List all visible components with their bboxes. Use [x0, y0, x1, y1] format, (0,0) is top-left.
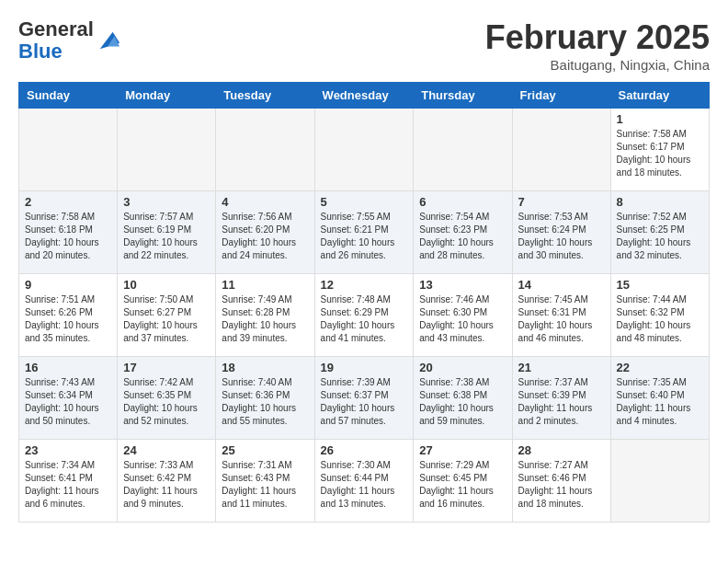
- day-info: Sunrise: 7:34 AM Sunset: 6:41 PM Dayligh…: [25, 459, 111, 511]
- day-number: 27: [419, 443, 506, 457]
- calendar-cell: 2Sunrise: 7:58 AM Sunset: 6:18 PM Daylig…: [19, 191, 118, 274]
- calendar-cell: 21Sunrise: 7:37 AM Sunset: 6:39 PM Dayli…: [512, 357, 610, 440]
- day-number: 5: [321, 195, 408, 209]
- weekday-header-tuesday: Tuesday: [216, 83, 314, 109]
- day-number: 8: [617, 195, 703, 209]
- day-number: 24: [123, 443, 210, 457]
- calendar-cell: 15Sunrise: 7:44 AM Sunset: 6:32 PM Dayli…: [610, 274, 709, 357]
- day-info: Sunrise: 7:57 AM Sunset: 6:19 PM Dayligh…: [123, 211, 210, 262]
- calendar-cell: 19Sunrise: 7:39 AM Sunset: 6:37 PM Dayli…: [314, 357, 414, 440]
- day-info: Sunrise: 7:45 AM Sunset: 6:31 PM Dayligh…: [518, 293, 605, 345]
- day-number: 12: [321, 278, 408, 292]
- day-number: 21: [518, 361, 605, 374]
- day-info: Sunrise: 7:55 AM Sunset: 6:21 PM Dayligh…: [321, 211, 408, 262]
- day-info: Sunrise: 7:44 AM Sunset: 6:32 PM Dayligh…: [617, 293, 703, 345]
- day-number: 23: [25, 443, 111, 457]
- day-number: 4: [222, 195, 308, 209]
- calendar-cell: 27Sunrise: 7:29 AM Sunset: 6:45 PM Dayli…: [414, 440, 512, 523]
- day-info: Sunrise: 7:31 AM Sunset: 6:43 PM Dayligh…: [222, 459, 308, 511]
- day-info: Sunrise: 7:37 AM Sunset: 6:39 PM Dayligh…: [518, 376, 605, 428]
- logo-icon: [96, 28, 121, 53]
- calendar-cell: 9Sunrise: 7:51 AM Sunset: 6:26 PM Daylig…: [19, 274, 118, 357]
- location: Baitugang, Ningxia, China: [485, 57, 710, 73]
- week-row-2: 2Sunrise: 7:58 AM Sunset: 6:18 PM Daylig…: [19, 191, 710, 274]
- calendar-cell: 16Sunrise: 7:43 AM Sunset: 6:34 PM Dayli…: [19, 357, 118, 440]
- day-info: Sunrise: 7:53 AM Sunset: 6:24 PM Dayligh…: [518, 211, 605, 262]
- day-info: Sunrise: 7:56 AM Sunset: 6:20 PM Dayligh…: [222, 211, 308, 262]
- day-info: Sunrise: 7:51 AM Sunset: 6:26 PM Dayligh…: [25, 293, 111, 345]
- weekday-header-wednesday: Wednesday: [314, 83, 414, 109]
- calendar-cell: 7Sunrise: 7:53 AM Sunset: 6:24 PM Daylig…: [512, 191, 610, 274]
- logo: General Blue: [18, 18, 121, 63]
- calendar-cell: 18Sunrise: 7:40 AM Sunset: 6:36 PM Dayli…: [216, 357, 314, 440]
- day-info: Sunrise: 7:29 AM Sunset: 6:45 PM Dayligh…: [419, 459, 506, 511]
- day-number: 7: [518, 195, 605, 209]
- calendar-table: SundayMondayTuesdayWednesdayThursdayFrid…: [18, 82, 710, 523]
- week-row-4: 16Sunrise: 7:43 AM Sunset: 6:34 PM Dayli…: [19, 357, 710, 440]
- day-number: 2: [25, 195, 111, 209]
- calendar-cell: 20Sunrise: 7:38 AM Sunset: 6:38 PM Dayli…: [414, 357, 512, 440]
- calendar-cell: 26Sunrise: 7:30 AM Sunset: 6:44 PM Dayli…: [314, 440, 414, 523]
- day-number: 16: [25, 361, 111, 374]
- svg-marker-0: [100, 32, 119, 50]
- calendar-cell: 22Sunrise: 7:35 AM Sunset: 6:40 PM Dayli…: [610, 357, 709, 440]
- logo-general: General: [18, 17, 94, 40]
- calendar-cell: 14Sunrise: 7:45 AM Sunset: 6:31 PM Dayli…: [512, 274, 610, 357]
- logo-blue: Blue: [18, 40, 63, 63]
- day-number: 1: [617, 112, 703, 126]
- weekday-header-sunday: Sunday: [19, 83, 118, 109]
- day-number: 25: [222, 443, 308, 457]
- day-info: Sunrise: 7:43 AM Sunset: 6:34 PM Dayligh…: [25, 376, 111, 428]
- weekday-header-friday: Friday: [512, 83, 610, 109]
- calendar-cell: 11Sunrise: 7:49 AM Sunset: 6:28 PM Dayli…: [216, 274, 314, 357]
- day-number: 19: [321, 361, 408, 374]
- calendar-cell: 12Sunrise: 7:48 AM Sunset: 6:29 PM Dayli…: [314, 274, 414, 357]
- weekday-header-row: SundayMondayTuesdayWednesdayThursdayFrid…: [19, 83, 710, 109]
- day-number: 26: [321, 443, 408, 457]
- weekday-header-saturday: Saturday: [610, 83, 709, 109]
- day-number: 15: [617, 278, 703, 292]
- day-info: Sunrise: 7:38 AM Sunset: 6:38 PM Dayligh…: [419, 376, 506, 428]
- week-row-1: 1Sunrise: 7:58 AM Sunset: 6:17 PM Daylig…: [19, 109, 710, 191]
- calendar-cell: 6Sunrise: 7:54 AM Sunset: 6:23 PM Daylig…: [414, 191, 512, 274]
- day-info: Sunrise: 7:48 AM Sunset: 6:29 PM Dayligh…: [321, 293, 408, 345]
- calendar-cell: [19, 109, 118, 191]
- day-info: Sunrise: 7:58 AM Sunset: 6:18 PM Dayligh…: [25, 211, 111, 262]
- calendar-cell: [314, 109, 414, 191]
- calendar-cell: 17Sunrise: 7:42 AM Sunset: 6:35 PM Dayli…: [118, 357, 216, 440]
- day-number: 6: [419, 195, 506, 209]
- calendar-cell: 5Sunrise: 7:55 AM Sunset: 6:21 PM Daylig…: [314, 191, 414, 274]
- day-number: 28: [518, 443, 605, 457]
- calendar-cell: [216, 109, 314, 191]
- day-number: 11: [222, 278, 308, 292]
- day-info: Sunrise: 7:49 AM Sunset: 6:28 PM Dayligh…: [222, 293, 308, 345]
- day-info: Sunrise: 7:35 AM Sunset: 6:40 PM Dayligh…: [617, 376, 703, 428]
- day-info: Sunrise: 7:40 AM Sunset: 6:36 PM Dayligh…: [222, 376, 308, 428]
- title-block: February 2025 Baitugang, Ningxia, China: [485, 18, 710, 73]
- calendar-cell: 23Sunrise: 7:34 AM Sunset: 6:41 PM Dayli…: [19, 440, 118, 523]
- calendar-cell: [512, 109, 610, 191]
- week-row-5: 23Sunrise: 7:34 AM Sunset: 6:41 PM Dayli…: [19, 440, 710, 523]
- calendar-cell: 13Sunrise: 7:46 AM Sunset: 6:30 PM Dayli…: [414, 274, 512, 357]
- day-info: Sunrise: 7:39 AM Sunset: 6:37 PM Dayligh…: [321, 376, 408, 428]
- calendar-cell: [610, 440, 709, 523]
- calendar-cell: 10Sunrise: 7:50 AM Sunset: 6:27 PM Dayli…: [118, 274, 216, 357]
- month-title: February 2025: [485, 18, 710, 57]
- day-info: Sunrise: 7:27 AM Sunset: 6:46 PM Dayligh…: [518, 459, 605, 511]
- day-number: 22: [617, 361, 703, 374]
- day-info: Sunrise: 7:30 AM Sunset: 6:44 PM Dayligh…: [321, 459, 408, 511]
- calendar-cell: 1Sunrise: 7:58 AM Sunset: 6:17 PM Daylig…: [610, 109, 709, 191]
- calendar-cell: 24Sunrise: 7:33 AM Sunset: 6:42 PM Dayli…: [118, 440, 216, 523]
- day-number: 17: [123, 361, 210, 374]
- day-number: 9: [25, 278, 111, 292]
- day-info: Sunrise: 7:50 AM Sunset: 6:27 PM Dayligh…: [123, 293, 210, 345]
- day-number: 18: [222, 361, 308, 374]
- day-number: 10: [123, 278, 210, 292]
- week-row-3: 9Sunrise: 7:51 AM Sunset: 6:26 PM Daylig…: [19, 274, 710, 357]
- day-info: Sunrise: 7:54 AM Sunset: 6:23 PM Dayligh…: [419, 211, 506, 262]
- calendar-cell: 28Sunrise: 7:27 AM Sunset: 6:46 PM Dayli…: [512, 440, 610, 523]
- calendar-cell: [414, 109, 512, 191]
- page-header: General Blue February 2025 Baitugang, Ni…: [18, 18, 710, 73]
- calendar-cell: [118, 109, 216, 191]
- weekday-header-thursday: Thursday: [414, 83, 512, 109]
